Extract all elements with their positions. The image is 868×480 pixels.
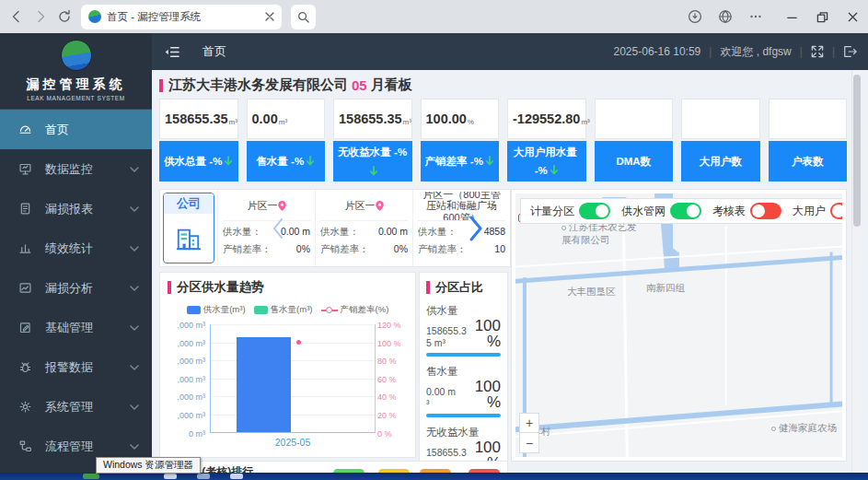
sidebar-item-home[interactable]: 首页 <box>0 110 152 149</box>
y2-axis-label: 0 % <box>377 429 408 439</box>
sidebar-item-alarm-data[interactable]: 报警数据 <box>0 347 152 387</box>
map-marker-icon <box>771 427 776 431</box>
globe-icon[interactable] <box>718 9 733 24</box>
zone-panel[interactable]: 片区一 供水量：0.00 m 产销差率：0% <box>217 190 315 266</box>
window-minimize-icon[interactable] <box>786 11 798 23</box>
sidebar-collapse-icon[interactable] <box>165 45 180 59</box>
stat-unit: m³ <box>403 118 411 126</box>
browser-tab[interactable]: 首页 - 漏控管理系统 <box>81 5 282 29</box>
map-zoom-in-button[interactable]: + <box>519 413 539 433</box>
map-label-area: 大丰围垦区 <box>567 286 616 299</box>
y2-axis-label: 40 % <box>377 392 408 402</box>
browser-forward-icon[interactable] <box>33 9 48 24</box>
ratio-value: 0.00 m³ <box>426 386 457 410</box>
ratio-label: 售水量 <box>426 365 501 379</box>
more-menu-icon[interactable] <box>748 9 763 24</box>
sidebar-item-basic-management[interactable]: 基础管理 <box>0 308 152 347</box>
browser-back-icon[interactable] <box>9 9 24 24</box>
ratio-progress-bar <box>426 353 501 357</box>
toggle-switch[interactable] <box>579 203 610 219</box>
stat-card-supply-total[interactable]: 158655.35m³ 供水总量 -% <box>159 99 238 181</box>
stat-card-big-user-usage[interactable]: -129552.80m³ 大用户用水量 -% <box>507 99 586 181</box>
taskbar-icon[interactable] <box>230 474 243 479</box>
zone-panels: 片区一 供水量：0.00 m 产销差率：0% 片区一 供水量：0.00 m 产销… <box>217 190 510 266</box>
stat-card-big-user-count[interactable]: 大用户数 <box>681 99 760 181</box>
vertical-scrollbar[interactable] <box>851 70 862 480</box>
document-icon <box>18 202 32 216</box>
map[interactable]: 计量分区 供水管网 考核表 大用户 G343 江苏佳禾农艺发展有限公司 <box>515 193 842 457</box>
map-label-farm: 健海家庭农场 <box>771 422 837 435</box>
map-label-company: 江苏佳禾农艺发展有限公司 <box>561 221 641 246</box>
fullscreen-icon[interactable] <box>811 45 824 58</box>
logout-icon[interactable] <box>843 45 857 58</box>
taskbar-icon[interactable] <box>83 474 99 479</box>
toggle-switch[interactable] <box>750 203 781 219</box>
window-restore-icon[interactable] <box>816 11 828 23</box>
map-zoom-control: + − <box>519 413 539 453</box>
map-label-group: 南新四组 <box>646 282 685 295</box>
stat-label: 大用户数 <box>700 155 742 169</box>
ratio-label: 供水量 <box>426 304 501 318</box>
new-tab-search-button[interactable] <box>291 5 316 29</box>
sidebar-item-data-monitor[interactable]: 数据监控 <box>0 149 152 189</box>
legend-swatch-sales <box>254 306 268 314</box>
title-accent-bar <box>159 79 163 92</box>
chevron-down-icon <box>130 285 139 292</box>
stat-unit: m³ <box>581 118 589 126</box>
taskbar-icon[interactable] <box>197 474 210 479</box>
taskbar-icon[interactable] <box>164 474 177 479</box>
map-marker-icon <box>561 226 566 230</box>
analysis-icon <box>18 281 32 295</box>
zone-panel[interactable]: 片区一 供水量：0.00 m 产销差率：0% <box>315 190 412 266</box>
legend-line-nrw <box>321 306 338 314</box>
zone-row-key: 产销差率： <box>418 243 467 256</box>
tab-close-icon[interactable] <box>265 12 274 21</box>
y2-axis-label: 20 % <box>377 411 408 420</box>
edit-icon <box>18 321 32 334</box>
bug-icon <box>18 360 32 374</box>
toggle-label: 供水管网 <box>621 204 665 219</box>
ratio-progress-bar <box>426 414 501 417</box>
stat-card-sales[interactable]: 0.00m³ 售水量 -% <box>247 99 326 181</box>
windows-taskbar[interactable] <box>0 473 868 480</box>
zone-title: 片区一 <box>248 200 278 212</box>
sidebar-item-leak-analysis[interactable]: 漏损分析 <box>0 268 152 308</box>
browser-chrome: 首页 - 漏控管理系统 <box>0 0 868 33</box>
main-content: 江苏大丰港水务发展有限公司 05 月看板 158655.35m³ 供水总量 -%… <box>152 70 868 480</box>
toggle-switch[interactable] <box>830 203 842 219</box>
sidebar-item-system-management[interactable]: 系统管理 <box>0 387 152 427</box>
company-card[interactable]: 公司 <box>163 193 214 263</box>
zone-panel[interactable]: 片区一（800主管压站和海融广场600管） 供水量：4858 产销差率：10 <box>412 190 510 266</box>
browser-refresh-icon[interactable] <box>57 9 72 24</box>
ratio-label: 无收益水量 <box>426 426 501 439</box>
toggle-switch[interactable] <box>670 203 701 219</box>
app-header: 首页 2025-06-16 10:59 | 欢迎您 , dfgsw | | <box>152 33 868 70</box>
download-icon[interactable] <box>688 9 702 24</box>
down-arrow-icon <box>550 165 559 176</box>
scrollbar-thumb[interactable] <box>853 75 861 227</box>
app-title: 漏控管理系统 <box>0 76 152 93</box>
sidebar-item-performance-stats[interactable]: 绩效统计 <box>0 228 152 268</box>
carousel-next-icon[interactable] <box>469 216 482 241</box>
stat-card-nrw-rate[interactable]: 100.00% 产销差率 -% <box>421 99 500 181</box>
zone-row-key: 供水量： <box>320 226 359 239</box>
stat-card-meter-count[interactable]: 户表数 <box>769 99 848 181</box>
carousel-prev-icon[interactable] <box>272 217 284 240</box>
stat-value: 0.00 <box>252 111 278 126</box>
map-zoom-out-button[interactable]: − <box>519 433 539 453</box>
toggle-supply-network: 供水管网 <box>621 203 701 219</box>
stat-card-non-revenue[interactable]: 158655.35m³ 无收益水量 -% <box>333 99 412 181</box>
down-arrow-icon <box>485 156 494 167</box>
stat-delta: -% <box>291 155 304 169</box>
stat-unit: m³ <box>279 118 287 126</box>
y2-axis-label: 120 % <box>377 321 408 330</box>
title-accent-bar <box>168 281 171 294</box>
sidebar-item-leak-report[interactable]: 漏损报表 <box>0 189 152 228</box>
breadcrumb[interactable]: 首页 <box>203 43 226 60</box>
nrw-rate-point[interactable] <box>296 340 301 345</box>
welcome-user: 欢迎您 , dfgsw <box>720 44 791 60</box>
supply-bar[interactable] <box>237 337 291 432</box>
stat-card-dma-count[interactable]: DMA数 <box>595 99 674 181</box>
down-arrow-icon <box>224 156 233 167</box>
window-close-icon[interactable] <box>847 11 859 23</box>
